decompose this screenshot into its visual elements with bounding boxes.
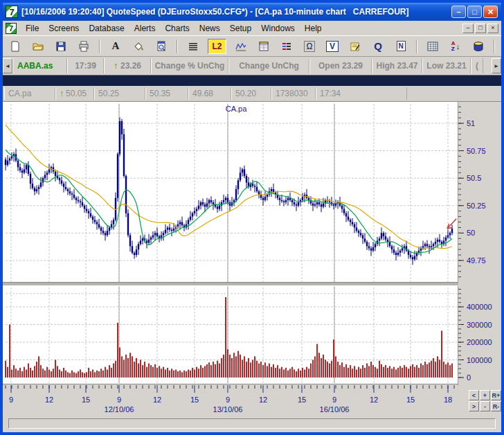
- database-icon[interactable]: [470, 39, 487, 54]
- up-arrow-icon: ↑: [60, 89, 64, 98]
- menu-windows[interactable]: Windows: [256, 21, 300, 35]
- collapsed-panel: [3, 75, 501, 86]
- quote-list-icon[interactable]: [278, 39, 295, 54]
- svg-text:15: 15: [190, 396, 199, 404]
- ticker-change-percent: Change % UnChg: [151, 58, 228, 73]
- window-title: [10/16/2006 19:20:40] QuoteSpeed (DJEuro…: [21, 7, 448, 17]
- svg-text:15: 15: [298, 396, 306, 404]
- svg-text:49.75: 49.75: [467, 256, 486, 265]
- new-document-icon[interactable]: [7, 39, 24, 54]
- svg-text:300000: 300000: [467, 321, 492, 329]
- svg-text:50.25: 50.25: [467, 202, 486, 210]
- q-icon[interactable]: Q: [370, 39, 386, 54]
- svg-text:200000: 200000: [467, 338, 492, 346]
- scroll-right-button[interactable]: >: [469, 401, 479, 411]
- svg-text:9: 9: [117, 396, 121, 404]
- menu-database[interactable]: Database: [84, 21, 129, 35]
- print-icon[interactable]: [75, 39, 92, 54]
- instrument-info-bar: CA.pa ↑50.05 50.25 50.35 49.68 50.20 173…: [3, 86, 501, 101]
- toolbar-separator: [99, 39, 100, 53]
- chart-title: CA.pa: [226, 105, 247, 113]
- table-icon[interactable]: [424, 39, 441, 54]
- document-icon: 7: [6, 23, 17, 34]
- title-bar[interactable]: 7 [10/16/2006 19:20:40] QuoteSpeed (DJEu…: [3, 3, 501, 21]
- news-icon[interactable]: N: [393, 39, 409, 54]
- font-icon[interactable]: A: [107, 39, 124, 54]
- close-button[interactable]: ✕: [483, 6, 498, 18]
- chart-svg[interactable]: 5150.7550.550.255049.7540000030000020000…: [3, 101, 501, 416]
- notepad-icon[interactable]: [347, 39, 363, 54]
- zoom-out-button[interactable]: -: [480, 401, 490, 411]
- range-plus-button[interactable]: R+: [491, 390, 501, 400]
- ticker-high: High 23.47: [372, 58, 422, 73]
- quote-value-1: 50.25: [94, 87, 145, 100]
- paint-bucket-icon[interactable]: [130, 39, 147, 54]
- print-preview-icon[interactable]: [153, 39, 170, 54]
- line-chart-icon[interactable]: [233, 39, 249, 54]
- ticker-scroll-left-button[interactable]: ◄: [3, 58, 12, 73]
- quote-symbol: CA.pa: [4, 87, 55, 100]
- quote-last: ↑50.05: [55, 87, 94, 100]
- svg-text:9: 9: [332, 396, 336, 404]
- quote-time: 17:34: [316, 87, 407, 100]
- svg-text:16/10/06: 16/10/06: [320, 405, 350, 414]
- save-icon[interactable]: [53, 39, 69, 54]
- child-close-button[interactable]: ×: [487, 24, 498, 33]
- menu-help[interactable]: Help: [300, 21, 327, 35]
- child-restore-button[interactable]: □: [475, 24, 486, 33]
- app-icon: 7: [6, 6, 18, 18]
- svg-text:15: 15: [82, 396, 90, 404]
- svg-text:50.75: 50.75: [467, 147, 486, 155]
- svg-text:100000: 100000: [467, 356, 492, 364]
- svg-text:400000: 400000: [467, 303, 492, 311]
- svg-text:15: 15: [406, 396, 415, 404]
- quote-volume: 1738030: [271, 87, 316, 100]
- application-window: 7 [10/16/2006 19:20:40] QuoteSpeed (DJEu…: [0, 0, 504, 435]
- up-arrow-icon: ↑: [114, 61, 118, 71]
- toolbar-separator: [177, 39, 178, 53]
- maximize-button[interactable]: □: [467, 6, 482, 18]
- quote-lines-icon[interactable]: [185, 39, 201, 54]
- svg-text:50: 50: [467, 229, 475, 237]
- scroll-left-button[interactable]: <: [469, 390, 479, 400]
- svg-text:12: 12: [259, 396, 267, 404]
- omega-icon[interactable]: Ω: [301, 39, 318, 54]
- status-field: [8, 418, 496, 429]
- range-minus-button[interactable]: R-: [491, 401, 501, 411]
- svg-text:18: 18: [444, 396, 452, 404]
- ticker-partial-field: (: [471, 58, 483, 73]
- menu-alerts[interactable]: Alerts: [129, 21, 161, 35]
- v-icon[interactable]: V: [324, 39, 341, 54]
- quote-value-2: 50.35: [145, 87, 188, 100]
- menu-bar: 7 File Screens Database Alerts Charts Ne…: [3, 21, 501, 36]
- svg-text:12/10/06: 12/10/06: [105, 405, 134, 414]
- svg-text:12: 12: [153, 396, 161, 404]
- notes-grid-icon[interactable]: [255, 39, 272, 54]
- ticker-scroll-right-button[interactable]: ►: [492, 58, 501, 73]
- ticker-open: Open 23.29: [309, 58, 372, 73]
- svg-text:12: 12: [45, 396, 53, 404]
- sort-az-icon[interactable]: AZ↓: [447, 39, 464, 54]
- menu-file[interactable]: File: [21, 21, 44, 35]
- toolbar-separator: [494, 39, 495, 53]
- open-folder-icon[interactable]: [30, 39, 46, 54]
- chart-nav-buttons: < + R+ > - R-: [469, 390, 501, 411]
- zoom-in-button[interactable]: +: [480, 390, 490, 400]
- ticker-low: Low 23.21: [422, 58, 471, 73]
- status-bar: [3, 416, 501, 432]
- child-minimize-button[interactable]: –: [462, 24, 474, 33]
- svg-text:9: 9: [226, 396, 230, 404]
- quote-value-3: 49.68: [188, 87, 231, 100]
- menu-setup[interactable]: Setup: [225, 21, 256, 35]
- svg-text:50.5: 50.5: [467, 174, 481, 182]
- ticker-symbol[interactable]: AABA.as: [12, 58, 67, 73]
- level2-button[interactable]: L2: [208, 39, 226, 54]
- minimize-button[interactable]: –: [451, 6, 466, 18]
- menu-charts[interactable]: Charts: [160, 21, 194, 35]
- menu-screens[interactable]: Screens: [44, 21, 84, 35]
- menu-news[interactable]: News: [195, 21, 225, 35]
- ticker-change: Change UnChg: [228, 58, 309, 73]
- quote-value-4: 50.20: [231, 87, 271, 100]
- svg-text:51: 51: [467, 119, 475, 127]
- ticker-last-price: ↑23.26: [104, 58, 151, 73]
